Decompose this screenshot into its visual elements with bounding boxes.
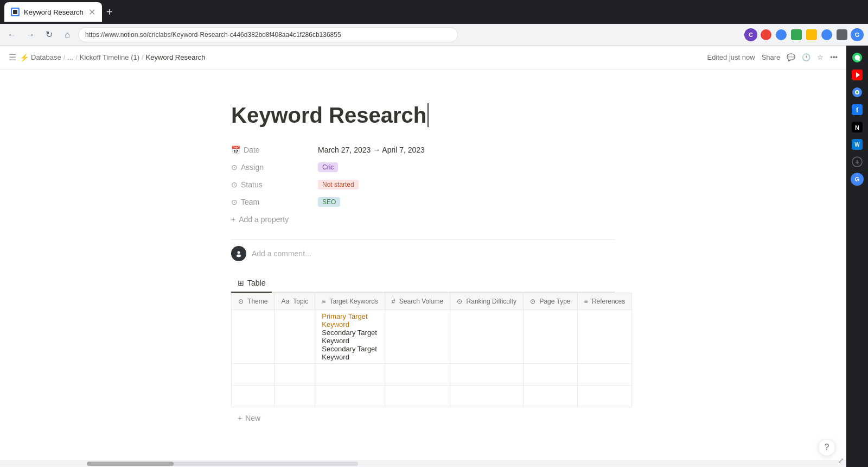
user-account-btn[interactable]: G bbox=[850, 172, 865, 187]
ext-strip-icon-4[interactable]: f bbox=[850, 102, 865, 117]
property-assign-row: ⊙ Assign Cric bbox=[231, 159, 615, 176]
horizontal-scrollbar[interactable] bbox=[0, 460, 846, 467]
home-btn[interactable]: ⌂ bbox=[60, 27, 75, 42]
active-tab[interactable]: Keyword Research ✕ bbox=[4, 2, 102, 22]
col-header-theme[interactable]: ⊙ Theme bbox=[232, 293, 275, 310]
property-team-value[interactable]: SEO bbox=[318, 197, 615, 207]
share-btn[interactable]: Share bbox=[762, 53, 781, 61]
table-cell-theme-2[interactable] bbox=[232, 364, 275, 386]
title-cursor bbox=[427, 103, 429, 127]
refresh-btn[interactable]: ↻ bbox=[41, 27, 56, 42]
breadcrumb-sep-2: / bbox=[75, 53, 78, 61]
new-row-btn[interactable]: + New bbox=[231, 409, 615, 427]
ext-strip-icon-1[interactable] bbox=[850, 50, 865, 65]
table-cell-volume-3[interactable] bbox=[385, 386, 450, 407]
ext-icon-5[interactable] bbox=[821, 29, 832, 40]
table-cell-keywords-2[interactable] bbox=[315, 364, 385, 386]
col-header-topic[interactable]: Aa Topic bbox=[275, 293, 315, 310]
help-btn[interactable]: ? bbox=[818, 439, 835, 456]
table-cell-topic-1[interactable] bbox=[275, 310, 315, 364]
table-tab-label: Table bbox=[247, 279, 265, 287]
primary-keyword[interactable]: Primary Target Keyword bbox=[322, 312, 378, 329]
svg-text:f: f bbox=[856, 106, 859, 114]
col-header-volume[interactable]: # Search Volume bbox=[385, 293, 450, 310]
breadcrumb: ⚡ Database / ... / Kickoff Timeline (1) … bbox=[20, 53, 206, 62]
property-date-value[interactable]: March 27, 2023 → April 7, 2023 bbox=[318, 146, 615, 154]
notion-page: Keyword Research 📅 Date bbox=[0, 70, 846, 467]
ext-strip-icon-3[interactable] bbox=[850, 85, 865, 100]
table-cell-pagetype-3[interactable] bbox=[524, 386, 578, 407]
ext-more-btn[interactable] bbox=[837, 29, 847, 40]
team-tag: SEO bbox=[318, 197, 340, 207]
sidebar-toggle-btn[interactable]: ☰ bbox=[9, 52, 16, 62]
ext-strip-icon-5[interactable]: N bbox=[850, 119, 865, 135]
forward-btn[interactable]: → bbox=[23, 27, 38, 42]
table-cell-difficulty-2[interactable] bbox=[450, 364, 524, 386]
ext-strip-icon-2[interactable] bbox=[850, 67, 865, 83]
breadcrumb-kickoff[interactable]: Kickoff Timeline (1) bbox=[80, 53, 139, 61]
col-header-keywords[interactable]: ≡ Target Keywords bbox=[315, 293, 385, 310]
property-status-value[interactable]: Not started bbox=[318, 180, 615, 190]
browser-chrome: Keyword Research ✕ + bbox=[0, 0, 868, 24]
comment-input[interactable]: Add a comment... bbox=[252, 249, 311, 258]
table-cell-difficulty-1[interactable] bbox=[450, 310, 524, 364]
table-cell-topic-2[interactable] bbox=[275, 364, 315, 386]
notion-main: ☰ ⚡ Database / ... / Kickoff Timeline (1… bbox=[0, 46, 846, 467]
secondary-keyword-2[interactable]: Secondary Target Keyword bbox=[322, 345, 378, 361]
ext-strip-icon-6[interactable]: W bbox=[850, 137, 865, 152]
tab-close-btn[interactable]: ✕ bbox=[88, 7, 95, 17]
google-account-btn[interactable]: G bbox=[851, 28, 864, 41]
property-status-label[interactable]: ⊙ Status bbox=[231, 180, 318, 189]
ext-icon-3[interactable] bbox=[791, 29, 802, 40]
add-property-btn[interactable]: + Add a property bbox=[231, 213, 615, 226]
table-cell-volume-1[interactable] bbox=[385, 310, 450, 364]
resize-btn[interactable]: ⤢ bbox=[838, 456, 844, 465]
favorite-btn[interactable]: ☆ bbox=[817, 53, 824, 61]
table-cell-pagetype-2[interactable] bbox=[524, 364, 578, 386]
keywords-col-icon: ≡ bbox=[322, 298, 326, 305]
table-cell-theme-1[interactable] bbox=[232, 310, 275, 364]
ext-icon-2[interactable] bbox=[776, 29, 787, 40]
address-bar[interactable]: https://www.notion.so/criclabs/Keyword-R… bbox=[78, 27, 458, 42]
table-cell-keywords-3[interactable] bbox=[315, 386, 385, 407]
tab-title: Keyword Research bbox=[24, 8, 84, 16]
more-options-btn[interactable]: ••• bbox=[830, 53, 838, 61]
new-tab-btn[interactable]: + bbox=[104, 4, 115, 21]
ext-icon-1[interactable] bbox=[761, 29, 771, 40]
breadcrumb-database[interactable]: Database bbox=[31, 53, 61, 61]
scrollbar-track bbox=[87, 462, 358, 466]
notion-page-header: ☰ ⚡ Database / ... / Kickoff Timeline (1… bbox=[0, 46, 846, 70]
ext-strip-add-btn[interactable]: + bbox=[850, 154, 865, 169]
property-date-label[interactable]: 📅 Date bbox=[231, 146, 318, 154]
col-header-refs[interactable]: ≡ References bbox=[577, 293, 632, 310]
add-property-label: Add a property bbox=[239, 215, 289, 224]
table-row: Primary Target Keyword Secondary Target … bbox=[232, 310, 632, 364]
col-header-pagetype[interactable]: ⊙ Page Type bbox=[524, 293, 578, 310]
table-cell-topic-3[interactable] bbox=[275, 386, 315, 407]
table-cell-refs-3[interactable] bbox=[577, 386, 632, 407]
back-btn[interactable]: ← bbox=[4, 27, 20, 42]
ext-icon-4[interactable] bbox=[806, 29, 817, 40]
table-cell-pagetype-1[interactable] bbox=[524, 310, 578, 364]
breadcrumb-ellipsis[interactable]: ... bbox=[67, 53, 73, 61]
svg-text:W: W bbox=[854, 142, 860, 148]
comment-icon-btn[interactable]: 💬 bbox=[787, 53, 795, 61]
table-cell-keywords-1[interactable]: Primary Target Keyword Secondary Target … bbox=[315, 310, 385, 364]
scrollbar-thumb[interactable] bbox=[87, 462, 174, 466]
table-cell-refs-1[interactable] bbox=[577, 310, 632, 364]
page-title-area[interactable]: Keyword Research bbox=[231, 102, 615, 128]
property-team-label[interactable]: ⊙ Team bbox=[231, 198, 318, 206]
table-cell-volume-2[interactable] bbox=[385, 364, 450, 386]
property-assign-label[interactable]: ⊙ Assign bbox=[231, 163, 318, 172]
secondary-keyword-1[interactable]: Secondary Target Keyword bbox=[322, 329, 378, 345]
address-text: https://www.notion.so/criclabs/Keyword-R… bbox=[85, 31, 341, 39]
property-assign-value[interactable]: Cric bbox=[318, 162, 615, 172]
table-tab-icon: ⊞ bbox=[238, 279, 244, 287]
col-header-difficulty[interactable]: ⊙ Ranking Difficulty bbox=[450, 293, 524, 310]
table-tab[interactable]: ⊞ Table bbox=[231, 274, 272, 293]
table-cell-theme-3[interactable] bbox=[232, 386, 275, 407]
history-btn[interactable]: 🕐 bbox=[802, 53, 810, 61]
table-cell-refs-2[interactable] bbox=[577, 364, 632, 386]
pagetype-col-icon: ⊙ bbox=[530, 298, 535, 305]
table-cell-difficulty-3[interactable] bbox=[450, 386, 524, 407]
